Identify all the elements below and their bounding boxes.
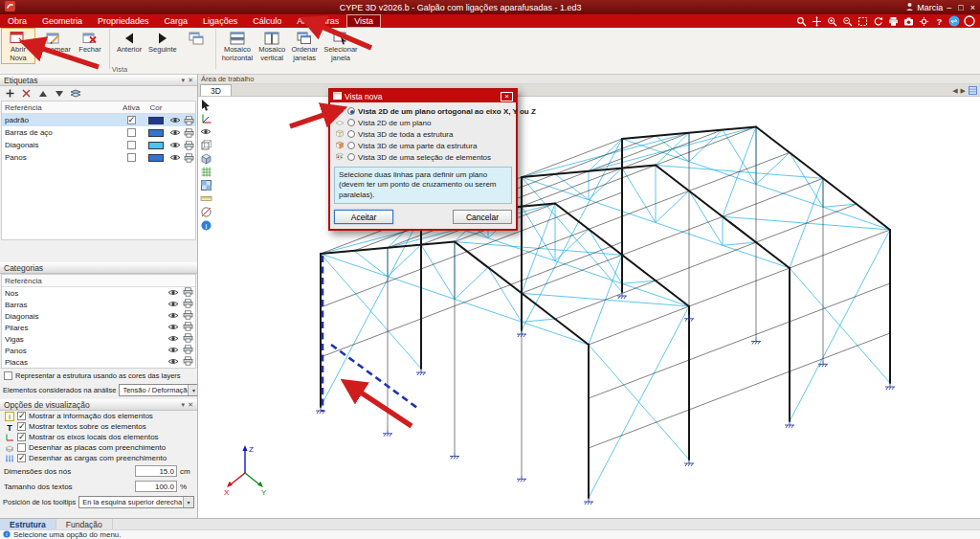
pan-icon[interactable] bbox=[811, 15, 822, 27]
categoria-row[interactable]: Pilares bbox=[2, 322, 195, 333]
menu-obra[interactable]: Obra bbox=[0, 14, 34, 28]
categoria-row[interactable]: Panos bbox=[2, 345, 195, 356]
categoria-row[interactable]: Diagonais bbox=[2, 310, 195, 322]
bottom-tab-fundacao[interactable]: Fundação bbox=[56, 519, 113, 529]
etiqueta-active-checkbox[interactable] bbox=[127, 116, 136, 124]
dialog-option[interactable]: Vista 2D de um plano bbox=[332, 117, 514, 128]
viz-option[interactable]: Mostrar os eixos locais dos elementos bbox=[0, 432, 197, 442]
eye-icon[interactable] bbox=[168, 116, 182, 124]
etiqueta-active-checkbox[interactable] bbox=[127, 141, 136, 149]
text-size-input[interactable]: 100.0 bbox=[135, 481, 177, 492]
move-down-icon[interactable] bbox=[53, 88, 65, 100]
zoom-window-icon[interactable] bbox=[857, 15, 868, 27]
tab-list-icon[interactable] bbox=[969, 86, 977, 96]
eye-tool-icon[interactable] bbox=[199, 125, 212, 138]
dialog-option[interactable]: Vista 2D de um plano ortogonal ao eixo X… bbox=[332, 105, 514, 117]
etiqueta-row[interactable]: Diagonais bbox=[2, 139, 195, 151]
etiqueta-color-swatch[interactable] bbox=[148, 154, 164, 162]
printer-icon[interactable] bbox=[183, 333, 193, 345]
viewport-3d[interactable]: i ZXY bbox=[198, 97, 980, 518]
viz-option-checkbox[interactable] bbox=[17, 422, 26, 431]
tooltip-position-dropdown[interactable]: En la esquina superior derecha ▾ bbox=[78, 496, 194, 508]
categoria-row[interactable]: Nós bbox=[2, 287, 195, 299]
panel-close-icon[interactable]: ✕ bbox=[188, 77, 193, 84]
etiqueta-active-checkbox[interactable] bbox=[127, 153, 136, 162]
etiqueta-row[interactable]: Panos bbox=[2, 151, 195, 164]
menu-vista[interactable]: Vista bbox=[346, 14, 381, 28]
add-icon[interactable] bbox=[4, 88, 16, 100]
eye-icon[interactable] bbox=[167, 288, 179, 299]
select-arrow-icon[interactable] bbox=[199, 99, 212, 111]
etiqueta-color-swatch[interactable] bbox=[148, 142, 164, 149]
help-icon[interactable]: ? bbox=[933, 15, 945, 27]
eye-icon[interactable] bbox=[167, 334, 179, 345]
node-size-input[interactable]: 15.0 bbox=[135, 465, 177, 477]
viz-option-checkbox[interactable] bbox=[17, 443, 26, 452]
menu-calculo[interactable]: Cálculo bbox=[245, 14, 289, 28]
dialog-option-radio[interactable] bbox=[347, 130, 355, 138]
dialog-option[interactable]: Vista 3D de uma parte da estrutura bbox=[332, 140, 514, 151]
anterior-button[interactable]: Anterior bbox=[113, 29, 145, 56]
dialog-option-radio[interactable] bbox=[347, 119, 355, 126]
printer-icon[interactable] bbox=[182, 128, 195, 138]
etiqueta-color-swatch[interactable] bbox=[148, 129, 164, 137]
dialog-option-radio[interactable] bbox=[347, 142, 355, 149]
grid-green-icon[interactable] bbox=[199, 166, 212, 178]
printer-icon[interactable] bbox=[182, 116, 195, 125]
viz-option-checkbox[interactable] bbox=[17, 454, 26, 462]
user-account[interactable]: Marcia bbox=[905, 2, 943, 12]
chevron-down-icon[interactable]: ▾ bbox=[182, 401, 186, 409]
viz-option[interactable]: iMostrar a informação dos elementos bbox=[0, 411, 197, 421]
close-icon[interactable]: × bbox=[970, 3, 975, 12]
refresh-icon[interactable] bbox=[872, 15, 883, 27]
bottom-tab-estrutura[interactable]: Estrutura bbox=[0, 519, 56, 529]
viz-option-checkbox[interactable] bbox=[17, 433, 26, 441]
fechar-button[interactable]: Fechar bbox=[74, 29, 106, 56]
eye-icon[interactable] bbox=[168, 153, 182, 162]
info-tool-icon[interactable]: i bbox=[199, 219, 212, 232]
viz-option[interactable]: Desenhar as cargas com preenchimento bbox=[0, 453, 197, 463]
layers-edit-icon[interactable] bbox=[69, 88, 81, 100]
etiqueta-color-swatch[interactable] bbox=[148, 117, 164, 124]
printer-icon[interactable] bbox=[183, 356, 193, 368]
printer-icon[interactable] bbox=[182, 153, 195, 163]
abrir-nova-button[interactable]: AbrirNova bbox=[2, 29, 34, 63]
local-axes-icon[interactable] bbox=[199, 112, 212, 124]
wire-cube-icon[interactable] bbox=[199, 139, 212, 151]
move-up-icon[interactable] bbox=[36, 88, 49, 100]
dialog-option[interactable]: Vista 3D de uma seleção de elementos bbox=[332, 151, 514, 163]
section-icon[interactable] bbox=[199, 206, 212, 218]
layers-colors-checkbox[interactable] bbox=[4, 371, 12, 380]
mosaico-horizontal-button[interactable]: Mosaicohorizontal bbox=[219, 29, 256, 63]
layers-colors-option[interactable]: Representar a estrutura usando as cores … bbox=[0, 369, 197, 381]
analysis-dropdown[interactable]: Tensão / Deformação ▾ bbox=[119, 384, 198, 396]
texture-icon[interactable] bbox=[199, 179, 212, 191]
dialog-titlebar[interactable]: Vista nova × bbox=[330, 90, 516, 102]
printer-icon[interactable] bbox=[183, 299, 193, 310]
eye-icon[interactable] bbox=[168, 141, 182, 149]
menu-geometria[interactable]: Geometria bbox=[34, 14, 90, 28]
menu-armaduras[interactable]: Armaduras bbox=[289, 14, 346, 28]
capture-icon[interactable] bbox=[902, 15, 914, 27]
dialog-option[interactable]: Vista 3D de toda a estrutura bbox=[332, 128, 514, 140]
seguinte-button[interactable]: Seguinte bbox=[145, 29, 180, 56]
ruler-icon[interactable] bbox=[199, 192, 212, 205]
tab-3d[interactable]: 3D bbox=[200, 84, 232, 96]
menu-ligacoes[interactable]: Ligações bbox=[195, 14, 245, 28]
categoria-row[interactable]: Barras bbox=[2, 299, 195, 310]
etiqueta-active-checkbox[interactable] bbox=[127, 128, 136, 137]
panel-close-icon[interactable]: ✕ bbox=[188, 401, 193, 409]
dialog-option-radio[interactable] bbox=[347, 107, 355, 115]
eye-icon[interactable] bbox=[167, 323, 179, 333]
chevron-down-icon[interactable]: ▾ bbox=[188, 385, 198, 395]
printer-icon[interactable] bbox=[183, 310, 193, 322]
cancelar-button[interactable]: Cancelar bbox=[453, 210, 512, 224]
menu-propriedades[interactable]: Propriedades bbox=[90, 14, 157, 28]
aceitar-button[interactable]: Aceitar bbox=[334, 210, 393, 224]
viz-option[interactable]: TMostrar textos sobre os elementos bbox=[0, 421, 197, 432]
selecionar-janela-button[interactable]: Selecionarjanela bbox=[321, 29, 360, 63]
window-duplicate-button[interactable] bbox=[180, 29, 212, 47]
delete-icon[interactable] bbox=[20, 88, 33, 100]
ordenar-janelas-button[interactable]: Ordenarjanelas bbox=[288, 29, 321, 63]
viz-option-checkbox[interactable] bbox=[17, 412, 26, 420]
